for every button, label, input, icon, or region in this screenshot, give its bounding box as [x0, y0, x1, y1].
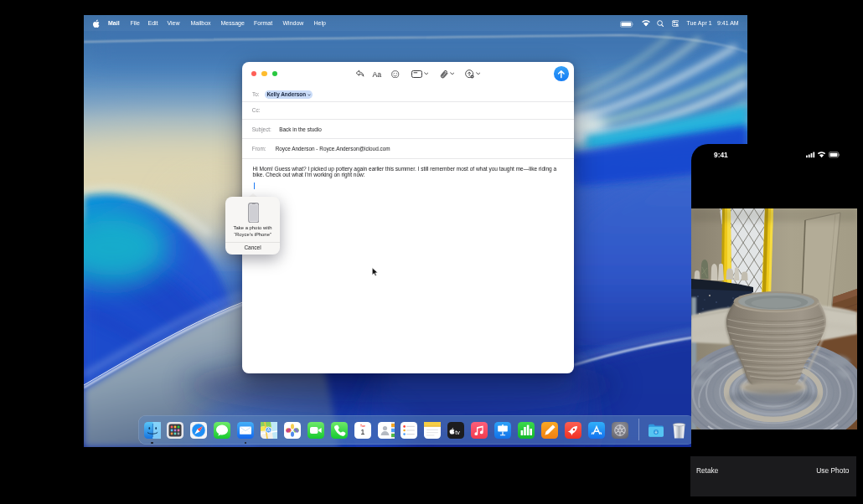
svg-text:1: 1 [360, 427, 364, 436]
svg-text:tv: tv [455, 428, 460, 435]
